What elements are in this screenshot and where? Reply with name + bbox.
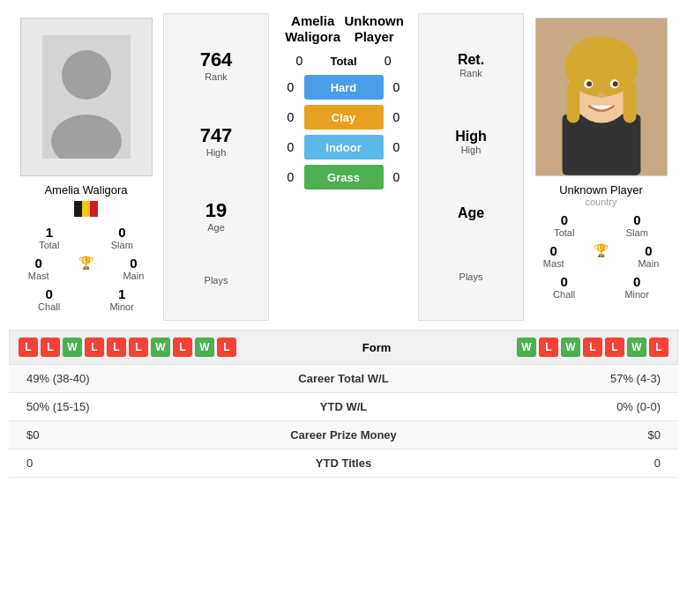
form-badge: L — [19, 338, 38, 357]
right-slam: 0 Slam — [626, 212, 648, 238]
form-badge: L — [173, 338, 192, 357]
stats-left-val: $0 — [9, 421, 243, 449]
left-player-card: Amelia Waligora 1 Total 0 Slam — [9, 9, 163, 321]
svg-rect-8 — [623, 79, 636, 122]
court-row-grass: 0 Grass 0 — [278, 165, 410, 189]
court-row-clay: 0 Clay 0 — [278, 105, 410, 130]
stats-right-val: 57% (4-3) — [444, 365, 678, 393]
stats-table: 49% (38-40) Career Total W/L 57% (4-3) 5… — [9, 365, 678, 478]
stats-row: 49% (38-40) Career Total W/L 57% (4-3) — [9, 365, 678, 393]
left-stats-row2: 0 Mast 🏆 0 Main — [13, 256, 159, 281]
form-badge: L — [539, 338, 558, 357]
form-badge: L — [85, 338, 104, 357]
left-slam: 0 Slam — [111, 225, 133, 250]
main-container: Amelia Waligora 1 Total 0 Slam — [0, 0, 687, 486]
grass-button[interactable]: Grass — [304, 165, 384, 189]
left-main: 0 Main — [123, 256, 144, 281]
stats-row: 0 YTD Titles 0 — [9, 449, 678, 478]
right-chall: 0 Chall — [553, 274, 575, 300]
right-player-photo — [535, 18, 668, 176]
right-stats-row1: 0 Total 0 Slam — [528, 212, 674, 238]
stats-label: YTD W/L — [243, 393, 444, 421]
country-placeholder: country — [585, 197, 616, 207]
svg-rect-7 — [566, 79, 579, 122]
left-player-flag — [74, 201, 99, 219]
stats-row: 50% (15-15) YTD W/L 0% (0-0) — [9, 393, 678, 421]
form-section: LLWLLLWLWL Form WLWLLWL — [9, 330, 678, 365]
court-row-hard: 0 Hard 0 — [278, 75, 410, 100]
stats-left-val: 49% (38-40) — [9, 365, 243, 393]
right-stats-row3: 0 Chall 0 Minor — [528, 274, 674, 300]
left-trophy-icon: 🏆 — [78, 256, 93, 281]
right-main: 0 Main — [638, 243, 659, 269]
form-badge: L — [129, 338, 148, 357]
stats-label: Career Prize Money — [243, 421, 444, 449]
form-badge: L — [605, 338, 624, 357]
right-rank-block: Ret. Rank — [458, 52, 484, 78]
right-high-block: High High — [455, 129, 487, 155]
stats-right-val: $0 — [444, 421, 678, 449]
left-minor: 1 Minor — [109, 286, 134, 312]
left-plays-block: Plays — [205, 275, 228, 286]
right-player-name: Unknown Player — [559, 183, 643, 197]
left-player-name: Amelia Waligora — [44, 183, 127, 197]
stats-label: YTD Titles — [243, 449, 444, 478]
left-center-name: Amelia Waligora — [282, 13, 343, 45]
svg-point-11 — [586, 81, 592, 86]
right-stats-row2: 0 Mast 🏆 0 Main — [528, 243, 674, 269]
stats-label: Career Total W/L — [243, 365, 444, 393]
right-info-panel: Ret. Rank High High Age Plays — [418, 13, 524, 321]
left-rank-block: 764 Rank — [200, 48, 233, 82]
right-trophy-icon: 🏆 — [594, 243, 609, 269]
form-badge: W — [151, 338, 170, 357]
right-player-card: Unknown Player country 0 Total 0 Slam 0 … — [524, 9, 678, 321]
right-form-badges: WLWLLWL — [517, 338, 668, 357]
left-chall: 0 Chall — [38, 286, 60, 312]
indoor-button[interactable]: Indoor — [304, 135, 384, 160]
form-label: Form — [362, 341, 392, 354]
svg-point-1 — [62, 50, 111, 100]
svg-point-13 — [598, 93, 605, 98]
stats-right-val: 0% (0-0) — [444, 393, 678, 421]
form-badge: W — [517, 338, 536, 357]
left-stats-row3: 0 Chall 1 Minor — [13, 286, 159, 312]
left-form-badges: LLWLLLWLWL — [19, 338, 236, 357]
right-center-name: Unknown Player — [343, 13, 405, 45]
center-section: Amelia Waligora Unknown Player 0 Total 0… — [269, 9, 418, 321]
form-badge: L — [107, 338, 126, 357]
player-names-row: Amelia Waligora Unknown Player — [273, 13, 414, 45]
left-stats-row1: 1 Total 0 Slam — [13, 225, 159, 250]
form-badge: W — [627, 338, 646, 357]
court-row-indoor: 0 Indoor 0 — [278, 135, 410, 160]
form-badge: W — [63, 338, 82, 357]
left-info-panel: 764 Rank 747 High 19 Age Plays — [163, 13, 269, 321]
svg-rect-4 — [562, 115, 640, 175]
stats-left-val: 50% (15-15) — [9, 393, 243, 421]
left-total: 1 Total — [39, 225, 59, 250]
clay-button[interactable]: Clay — [304, 105, 384, 130]
stats-left-val: 0 — [9, 449, 243, 478]
form-badge: L — [583, 338, 602, 357]
right-mast: 0 Mast — [543, 243, 564, 269]
form-badge: W — [561, 338, 580, 357]
top-section: Amelia Waligora 1 Total 0 Slam — [9, 9, 678, 321]
form-badge: L — [217, 338, 236, 357]
right-plays-block: Plays — [459, 271, 483, 282]
stats-right-val: 0 — [444, 449, 678, 478]
right-total: 0 Total — [554, 212, 574, 238]
right-age-block: Age — [458, 205, 484, 221]
form-badge: L — [649, 338, 668, 357]
total-row: 0 Total 0 — [286, 54, 400, 68]
left-mast: 0 Mast — [28, 256, 49, 281]
right-minor: 0 Minor — [624, 274, 649, 300]
form-badge: L — [41, 338, 60, 357]
svg-point-12 — [612, 81, 617, 86]
left-high-block: 747 High — [200, 124, 233, 158]
form-badge: W — [195, 338, 214, 357]
stats-row: $0 Career Prize Money $0 — [9, 421, 678, 449]
left-player-photo — [20, 18, 153, 176]
left-age-block: 19 Age — [205, 199, 227, 233]
hard-button[interactable]: Hard — [304, 75, 384, 100]
